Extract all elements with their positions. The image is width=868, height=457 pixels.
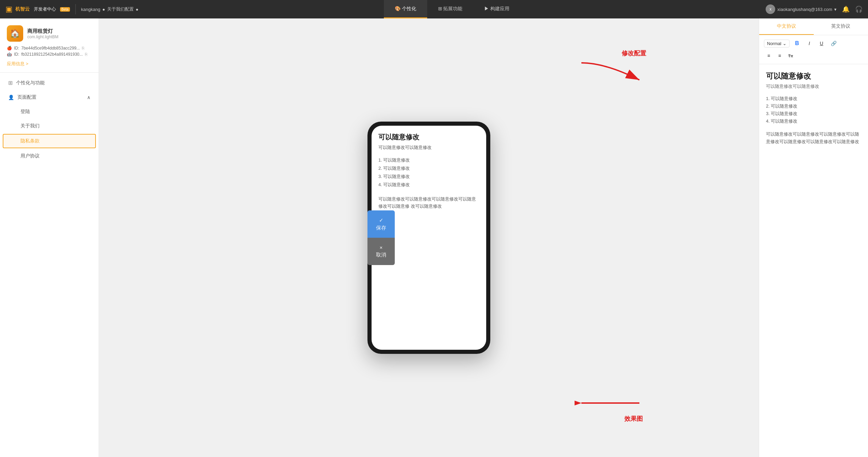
breadcrumb: kangkang ● 关于我们配置 ● [81,6,139,12]
link-button[interactable]: 🔗 [829,39,839,48]
sidebar-item-personalization[interactable]: ⊞ 个性化与功能 [0,75,99,90]
toolbar-row2: ≡ ≡ Tx [764,51,795,60]
beta-badge: Beta [60,7,70,12]
person-icon: 👤 [8,95,14,100]
rp-subtitle: 可以随意修改可以随意修改 [766,83,861,89]
rp-list-item: 1. 可以随意修改 [766,95,861,102]
ios-id-label: ID: [14,46,19,51]
breadcrumb-page: 关于我们配置 [107,6,134,12]
sidebar-child-user-agreement[interactable]: 用户协议 [0,149,99,163]
breadcrumb-dot: ● [102,7,105,12]
sidebar-child-privacy[interactable]: 隐私条款 [3,134,96,148]
android-id-label: ID: [14,52,19,57]
logo: ▣ 机智云 开发者中心 Beta [5,5,70,14]
cancel-button[interactable]: × 取消 [367,238,395,265]
unordered-list-button[interactable]: ≡ [775,51,784,60]
modify-annotation: 修改配置 [578,49,646,88]
tab-chinese-agreement[interactable]: 中文协议 [759,18,814,35]
chevron-up-icon: ∧ [87,95,90,100]
breadcrumb-dot2: ● [136,7,139,12]
dropdown-arrow-icon: ⌄ [783,41,786,46]
phone-title: 可以随意修改 [378,133,479,142]
user-dropdown-arrow: ▾ [834,7,837,12]
tab-build-app[interactable]: ▶ 构建应用 [473,0,520,18]
page-config-label: 页面配置 [17,94,37,100]
modify-arrow-svg [578,59,646,87]
phone-paragraph: 可以随意修改可以随意修改可以随意修改可以随意修改可以随意修 改可以随意修改 [378,196,479,210]
cancel-x-icon: × [380,245,383,250]
sidebar-child-about[interactable]: 关于我们 [0,119,99,133]
right-panel-tabs: 中文协议 英文协议 [759,18,868,35]
ios-id-row: 🍎 ID: 7be44d5ce9fb4ddb853acc299... ⎘ [7,46,92,51]
nav-divider [75,4,76,14]
app-info: 🏠 商用租赁灯 com.light.lightBM 🍎 ID: 7be44d5c… [0,18,99,73]
dev-center-label: 开发者中心 [34,6,56,12]
user-email: xiaokanglushanq@163.com [777,7,832,12]
right-panel-content: 可以随意修改 可以随意修改可以随意修改 1. 可以随意修改 2. 可以随意修改 … [759,64,868,457]
app-ids: 🍎 ID: 7be44d5ce9fb4ddb853acc299... ⎘ 🤖 I… [7,46,92,57]
ios-id-value: 7be44d5ce9fb4ddb853acc299... [21,46,80,51]
list-item: 3. 可以随意修改 [378,172,479,181]
tab-personalization[interactable]: 🎨 个性化 [384,0,427,18]
modify-annotation-text: 修改配置 [578,49,646,57]
save-button[interactable]: ✓ 保存 [367,210,395,238]
app-info-link[interactable]: 应用信息 > [7,61,28,67]
nav-tabs: 🎨 个性化 ⊞ 拓展功能 ▶ 构建应用 [144,0,761,18]
user-account[interactable]: x xiaokanglushanq@163.com ▾ [766,4,837,14]
underline-button[interactable]: U [817,39,826,48]
cancel-label: 取消 [376,252,386,258]
editor-toolbar: Normal ⌄ B I U 🔗 ≡ ≡ Tx [759,35,868,64]
copy-android-id-icon[interactable]: ⎘ [85,52,87,57]
clear-format-button[interactable]: Tx [786,51,795,60]
android-id-row: 🤖 ID: fb321189212542b4a891491930... ⎘ [7,52,92,57]
effect-arrow-svg [575,393,643,413]
app-header: 🏠 商用租赁灯 com.light.lightBM [7,25,92,42]
rp-list-item: 3. 可以随意修改 [766,110,861,117]
font-style-label: Normal [767,41,781,46]
avatar: x [766,4,775,14]
sidebar-navigation: ⊞ 个性化与功能 👤 页面配置 ∧ 登陆 关于我们 隐私条款 用户协议 [0,73,99,457]
app-name: 商用租赁灯 [27,28,58,34]
list-item: 4. 可以随意修改 [378,181,479,189]
tab-english-agreement[interactable]: 英文协议 [814,18,868,35]
save-cancel-group: ✓ 保存 × 取消 [367,210,395,265]
sidebar-child-login[interactable]: 登陆 [0,105,99,119]
right-panel: 中文协议 英文协议 Normal ⌄ B I U 🔗 ≡ ≡ Tx 可以随意修改… [759,18,868,457]
breadcrumb-user: kangkang [81,7,100,12]
app-icon: 🏠 [7,25,23,42]
rp-heading: 可以随意修改 [766,71,861,81]
font-style-select[interactable]: Normal ⌄ [764,40,790,47]
italic-button[interactable]: I [805,39,814,48]
main-layout: 🏠 商用租赁灯 com.light.lightBM 🍎 ID: 7be44d5c… [0,18,868,457]
rp-list-item: 4. 可以随意修改 [766,117,861,125]
sidebar: 🏠 商用租赁灯 com.light.lightBM 🍎 ID: 7be44d5c… [0,18,99,457]
grid-icon: ⊞ [8,80,13,86]
effect-annotation-text: 效果图 [575,415,643,423]
phone-subtitle: 可以随意修改可以随意修改 [378,144,479,151]
tab-extensions[interactable]: ⊞ 拓展功能 [427,0,474,18]
rp-list-item: 2. 可以随意修改 [766,102,861,110]
logo-icon: ▣ [5,5,13,14]
save-label: 保存 [376,225,386,231]
save-check-icon: ✓ [379,217,384,223]
page-config-children: 登陆 关于我们 隐私条款 用户协议 [0,105,99,163]
ordered-list-button[interactable]: ≡ [764,51,773,60]
personalization-label: 个性化与功能 [16,80,45,86]
effect-annotation: 效果图 [575,393,643,423]
android-icon: 🤖 [7,52,12,57]
rp-paragraph: 可以随意修改可以随意修改可以随意修改可以随意修改可以随意修改可以随意修改可以随意… [766,130,861,146]
copy-ios-id-icon[interactable]: ⎘ [82,46,84,51]
page-config-left: 👤 页面配置 [8,94,37,100]
sidebar-item-page-config[interactable]: 👤 页面配置 ∧ [0,90,99,105]
headphone-icon[interactable]: 🎧 [855,5,863,13]
bold-button[interactable]: B [792,39,802,48]
apple-icon: 🍎 [7,46,12,51]
nav-right: x xiaokanglushanq@163.com ▾ 🔔 🎧 [766,4,863,14]
bell-icon[interactable]: 🔔 [842,5,850,13]
top-navigation: ▣ 机智云 开发者中心 Beta kangkang ● 关于我们配置 ● 🎨 个… [0,0,868,18]
preview-area: ✓ 保存 × 取消 修改配置 可以随意修改 [99,18,759,457]
phone-list: 1. 可以随意修改 2. 可以随意修改 3. 可以随意修改 4. 可以随意修改 [378,156,479,189]
rp-list: 1. 可以随意修改 2. 可以随意修改 3. 可以随意修改 4. 可以随意修改 [766,95,861,125]
android-id-value: fb321189212542b4a891491930... [21,52,83,57]
list-item: 2. 可以随意修改 [378,164,479,172]
